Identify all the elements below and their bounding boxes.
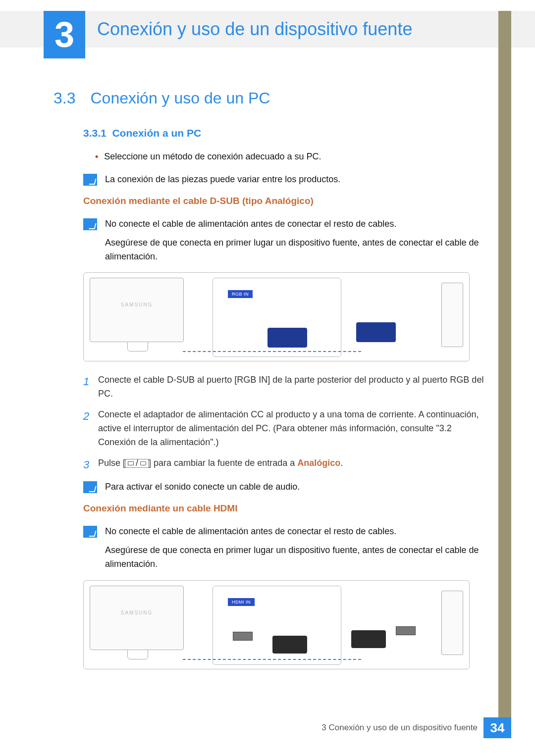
- note-text: No conecte el cable de alimentación ante…: [105, 217, 484, 264]
- diagram-dsub: SAMSUNG RGB IN: [83, 272, 470, 361]
- page-number: 34: [483, 717, 511, 738]
- hdmi-plug-right: [396, 626, 416, 635]
- diagram-hdmi: SAMSUNG HDMI IN: [83, 580, 470, 669]
- footer-chapter-text: 3 Conexión y uso de un dispositivo fuent…: [321, 723, 478, 733]
- note: No conecte el cable de alimentación ante…: [83, 217, 484, 264]
- subsection-number: 3.3.1: [83, 127, 107, 139]
- pc-illustration: [441, 591, 463, 655]
- step3-pre: Pulse [: [98, 458, 125, 468]
- note-line-2: Asegúrese de que conecta en primer lugar…: [105, 236, 484, 264]
- source-button-icon: /: [125, 459, 149, 468]
- note-text: Para activar el sonido conecte un cable …: [105, 480, 484, 494]
- port-panel: HDMI IN: [213, 586, 341, 665]
- step-row: 2 Conecte el adaptador de alimentación C…: [83, 408, 484, 450]
- step-row: 1 Conecte el cable D-SUB al puerto [RGB …: [83, 373, 484, 401]
- step-number: 1: [83, 373, 98, 401]
- sub-heading-dsub: Conexión mediante el cable D-SUB (tipo A…: [83, 196, 484, 206]
- monitor-brand: SAMSUNG: [90, 302, 183, 307]
- side-bar: [498, 11, 511, 734]
- step3-dot: .: [340, 458, 343, 468]
- bullet-item: • Seleccione un método de conexión adecu…: [83, 150, 484, 164]
- step-text: Pulse [/] para cambiar la fuente de entr…: [98, 456, 484, 473]
- bullet-text: Seleccione un método de conexión adecuad…: [104, 150, 321, 164]
- step3-post: ] para cambiar la fuente de entrada a: [149, 458, 297, 468]
- hdmi-plug-left: [233, 632, 253, 641]
- port-label-hdmi: HDMI IN: [228, 598, 255, 606]
- note-icon: [83, 481, 97, 493]
- monitor-brand: SAMSUNG: [90, 610, 183, 615]
- section-heading: 3.3 Conexión y uso de un PC: [54, 89, 484, 107]
- note-text: La conexión de las piezas puede variar e…: [105, 173, 484, 187]
- step-number: 3: [83, 456, 98, 473]
- page-footer: 3 Conexión y uso de un dispositivo fuent…: [321, 717, 511, 738]
- note-icon: [83, 218, 97, 230]
- note-line-2: Asegúrese de que conecta en primer lugar…: [105, 544, 484, 571]
- chapter-number-badge: 3: [44, 11, 85, 58]
- sub-heading-hdmi: Conexión mediante un cable HDMI: [83, 503, 484, 514]
- note: Para activar el sonido conecte un cable …: [83, 480, 484, 494]
- note-line-1: No conecte el cable de alimentación ante…: [105, 217, 484, 231]
- step-number: 2: [83, 408, 98, 450]
- hdmi-connector-right: [351, 630, 386, 648]
- note: La conexión de las piezas puede variar e…: [83, 173, 484, 187]
- pc-illustration: [441, 283, 463, 347]
- note-line-1: No conecte el cable de alimentación ante…: [105, 525, 484, 539]
- bullet-icon: •: [95, 150, 98, 164]
- step-row: 3 Pulse [/] para cambiar la fuente de en…: [83, 456, 484, 473]
- page-content: 3.3 Conexión y uso de un PC 3.3.1 Conexi…: [54, 89, 484, 681]
- section-title: Conexión y uso de un PC: [90, 89, 270, 107]
- cable-line: [183, 659, 361, 660]
- subsection-heading: 3.3.1 Conexión a un PC: [83, 127, 484, 139]
- subsection-title: Conexión a un PC: [112, 127, 201, 139]
- note-icon: [83, 526, 97, 538]
- dsub-connector-left: [268, 328, 307, 348]
- monitor-illustration: SAMSUNG: [90, 278, 184, 342]
- note-icon: [83, 174, 97, 186]
- note: No conecte el cable de alimentación ante…: [83, 525, 484, 571]
- port-panel: RGB IN: [213, 278, 341, 357]
- hdmi-connector-left: [272, 636, 307, 654]
- section-number: 3.3: [54, 89, 75, 107]
- chapter-title: Conexión y uso de un dispositivo fuente: [97, 19, 412, 40]
- port-label-rgb: RGB IN: [228, 290, 253, 298]
- dsub-connector-right: [356, 322, 396, 342]
- note-text: No conecte el cable de alimentación ante…: [105, 525, 484, 571]
- monitor-illustration: SAMSUNG: [90, 586, 184, 650]
- cable-line: [183, 351, 361, 352]
- step-text: Conecte el cable D-SUB al puerto [RGB IN…: [98, 373, 484, 401]
- step3-mode: Analógico: [297, 458, 340, 468]
- step-text: Conecte el adaptador de alimentación CC …: [98, 408, 484, 450]
